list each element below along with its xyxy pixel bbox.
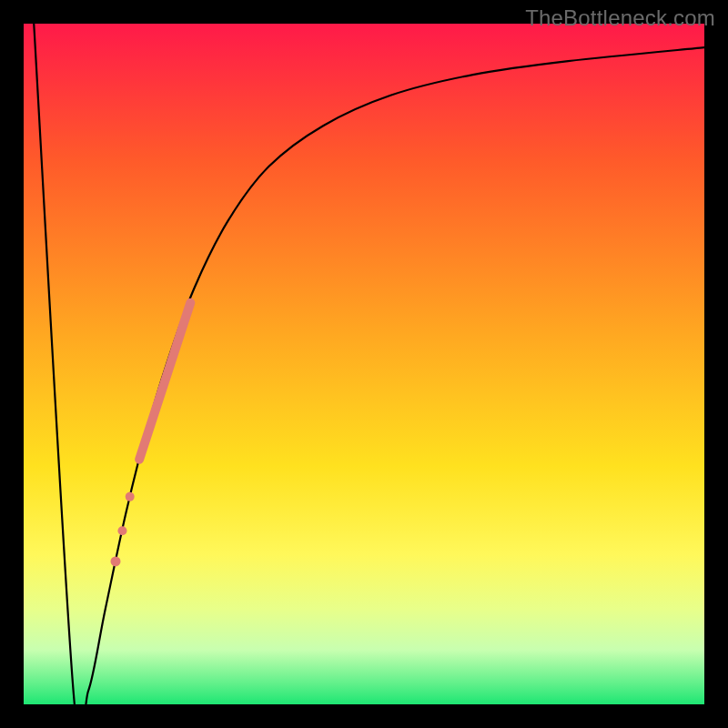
plot-area (24, 24, 704, 704)
highlight-dot (110, 556, 120, 566)
highlight-dot (117, 526, 126, 535)
chart-svg (24, 24, 704, 704)
chart-frame: TheBottleneck.com (0, 0, 728, 728)
highlight-dot (126, 492, 135, 501)
gradient-background (24, 24, 704, 704)
